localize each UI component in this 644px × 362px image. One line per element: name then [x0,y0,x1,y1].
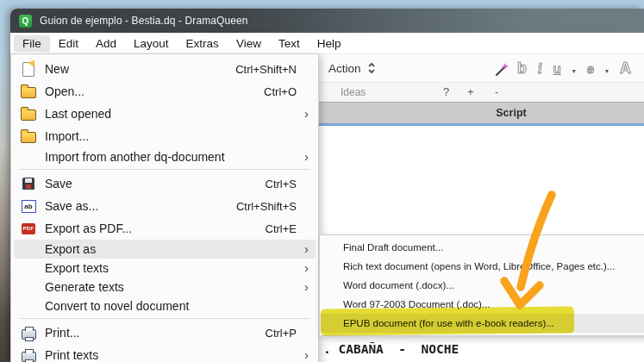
menu-item-print-texts[interactable]: Print texts [14,344,316,362]
shortcut-label: Ctrl+Shift+S [236,200,297,213]
spinner-updown-icon [367,62,376,75]
menu-separator [20,169,309,170]
menu-item-label: Export texts [45,261,297,275]
shortcut-label: Ctrl+Shift+N [235,63,297,76]
strikethrough-icon[interactable]: s [587,61,594,76]
menu-item-label: New [45,62,228,76]
titlebar[interactable]: Q Guion de ejemplo - Bestia.dq - DramaQu… [10,9,644,33]
paragraph-type-dropdown[interactable]: Action [328,54,376,83]
menu-item-last-opened[interactable]: Last opened [14,103,316,125]
open-folder-icon [21,109,36,121]
scene-heading: . CABAÑA - NOCHE [323,342,459,356]
printer-icon [22,352,36,362]
italic-icon[interactable]: i [538,61,541,77]
save-as-icon: ab [22,200,36,213]
menu-help[interactable]: Help [309,35,350,52]
file-menu-popup: New Ctrl+Shift+N Open... Ctrl+O Last ope… [10,53,319,362]
submenu-item-final-draft[interactable]: Final Draft document... [320,238,644,257]
menu-item-label: Last opened [45,107,297,121]
underline-icon[interactable]: u [553,61,560,76]
submenu-arrow-icon [297,281,309,294]
submenu-arrow-icon [297,108,309,121]
submenu-arrow-icon [297,243,309,256]
submenu-arrow-icon [297,151,309,164]
paragraph-type-label: Action [328,62,361,75]
menu-item-label: Open... [45,84,257,98]
underline-dropdown-caret-icon[interactable] [572,61,576,77]
menu-item-generate-texts[interactable]: Generate texts [14,278,316,296]
magic-wand-icon[interactable] [494,61,510,77]
menu-item-label: Generate texts [45,280,297,294]
open-folder-icon [21,87,36,98]
menu-item-label: Save [45,177,259,190]
menu-item-open[interactable]: Open... Ctrl+O [14,80,316,103]
submenu-arrow-icon [297,262,309,275]
shortcut-label: Ctrl+S [266,178,297,190]
screen: Q Guion de ejemplo - Bestia.dq - DramaQu… [0,0,644,362]
menu-item-label: Convert to novel document [45,299,297,313]
ideas-label: Ideas [341,86,366,98]
menu-file[interactable]: File [14,35,50,52]
printer-icon [22,329,36,340]
menu-item-label: Import... [45,129,297,143]
menu-item-import-from-dq[interactable]: Import from another dq-document [14,147,316,166]
submenu-arrow-icon [297,349,309,362]
tab-script[interactable]: Script [496,107,526,119]
menu-item-label: Print... [45,326,259,340]
menu-item-save-as[interactable]: ab Save as... Ctrl+Shift+S [14,195,316,217]
font-icon[interactable]: A [620,59,631,78]
strikethrough-dropdown-caret-icon[interactable] [605,61,609,77]
menu-item-convert-to-novel[interactable]: Convert to novel document [14,296,316,315]
menu-edit[interactable]: Edit [50,35,87,52]
window-title: Guion de ejemplo - Bestia.dq - DramaQuee… [40,15,248,27]
shortcut-label: Ctrl+O [264,85,297,98]
menu-separator [20,318,309,319]
zoom-in-button[interactable]: + [467,85,474,98]
menu-item-label: Import from another dq-document [45,150,297,164]
menu-item-label: Export as [45,242,297,256]
pdf-icon: PDF [22,223,35,234]
menu-item-label: Export as PDF... [45,222,259,235]
menu-view[interactable]: View [228,35,270,52]
new-document-icon [22,62,34,77]
menu-item-export-texts[interactable]: Export texts [14,259,316,278]
menu-item-print[interactable]: Print... Ctrl+P [14,321,316,344]
shortcut-label: Ctrl+P [266,327,297,340]
zoom-out-button[interactable]: - [495,85,498,98]
save-floppy-icon [22,178,34,190]
menu-item-new[interactable]: New Ctrl+Shift+N [14,58,316,80]
menu-item-label: Print texts [45,348,297,362]
help-button[interactable]: ? [443,85,449,98]
menubar: File Edit Add Layout Extras View Text He… [10,33,644,53]
format-buttons: b i u s A [517,54,631,83]
menu-item-import[interactable]: Import... [14,125,316,147]
dramaqueen-logo-icon: Q [19,15,32,28]
open-folder-icon [21,132,36,143]
menu-add[interactable]: Add [87,35,125,52]
menu-item-label: Save as... [45,199,229,213]
submenu-item-word-docx[interactable]: Word document (.docx)... [320,276,644,295]
menu-item-export-pdf[interactable]: PDF Export as PDF... Ctrl+E [14,217,316,240]
menu-layout[interactable]: Layout [125,35,178,52]
shortcut-label: Ctrl+E [266,222,297,235]
menu-item-save[interactable]: Save Ctrl+S [14,172,316,195]
menu-item-export-as[interactable]: Export as [14,240,316,259]
bold-icon[interactable]: b [517,59,527,78]
menu-text[interactable]: Text [270,35,309,52]
highlight-marker [321,306,574,335]
menu-extras[interactable]: Extras [178,35,228,52]
submenu-item-rich-text[interactable]: Rich text document (opens in Word, Libre… [320,257,644,276]
